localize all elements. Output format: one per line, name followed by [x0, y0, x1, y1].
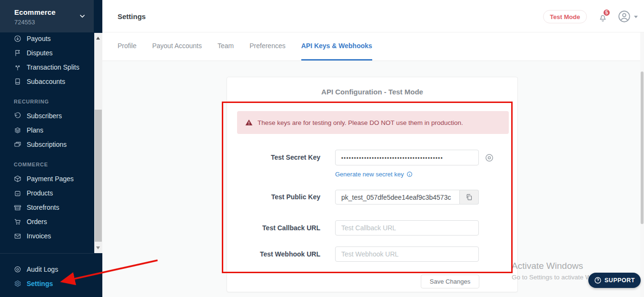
sidebar-section-commerce: COMMERCE: [14, 162, 48, 167]
sidebar-item-label: Plans: [27, 126, 43, 134]
avatar-icon: [618, 10, 631, 23]
webhook-url-label: Test Webhook URL: [237, 250, 320, 258]
tab-preferences[interactable]: Preferences: [249, 32, 285, 61]
storefront-icon: [14, 204, 21, 211]
reveal-secret-button[interactable]: [485, 153, 494, 163]
sidebar-item-payouts[interactable]: Payouts: [0, 31, 94, 46]
sidebar-item-label: Invoices: [27, 232, 51, 240]
sidebar-group-footer: Audit Logs Settings: [0, 262, 94, 291]
sidebar-item-transaction-splits[interactable]: Transaction Splits: [0, 60, 94, 74]
warning-banner: These keys are for testing only. Please …: [237, 111, 509, 134]
sidebar-item-label: Subaccounts: [27, 78, 65, 85]
settings-tabs: Profile Payout Accounts Team Preferences…: [102, 32, 644, 61]
windows-watermark-line1: Activate Windows: [512, 261, 583, 271]
sidebar-item-label: Orders: [27, 218, 47, 225]
page-scrollbar-thumb[interactable]: [641, 72, 644, 224]
page-title: Settings: [118, 12, 146, 20]
generate-secret-key-link[interactable]: Generate new secret key: [335, 171, 413, 178]
mail-icon: [14, 232, 21, 240]
tab-profile[interactable]: Profile: [118, 32, 137, 61]
sidebar-section-recurring: RECURRING: [14, 99, 49, 104]
callback-url-label: Test Callback URL: [237, 224, 320, 232]
sidebar-item-label: Audit Logs: [27, 266, 58, 273]
public-key-label: Test Public Key: [237, 193, 320, 201]
sidebar-item-label: Settings: [27, 280, 53, 287]
package-icon: [14, 175, 21, 183]
sidebar-item-label: Storefronts: [27, 204, 59, 211]
top-bar: Settings Test Mode 5: [102, 0, 644, 32]
sidebar-item-audit-logs[interactable]: Audit Logs: [0, 262, 94, 277]
sidebar-item-products[interactable]: Products: [0, 186, 94, 200]
layers-icon: [14, 126, 21, 134]
sidebar-item-payment-pages[interactable]: Payment Pages: [0, 172, 94, 186]
sidebar-item-label: Subscriptions: [27, 141, 67, 148]
public-key-input[interactable]: [335, 190, 460, 205]
sidebar-item-subaccounts[interactable]: Subaccounts: [0, 74, 94, 89]
split-icon: [14, 63, 21, 71]
info-icon: [406, 171, 413, 177]
sidebar-item-disputes[interactable]: Disputes: [0, 46, 94, 60]
sidebar-scrollbar-thumb[interactable]: [95, 110, 102, 242]
ledger-icon: [14, 78, 21, 85]
cards-icon: [14, 141, 21, 148]
sidebar-item-label: Transaction Splits: [27, 63, 79, 71]
secret-key-label: Test Secret Key: [237, 154, 320, 161]
support-label: SUPPORT: [604, 277, 635, 284]
sidebar-item-label: Payment Pages: [27, 175, 74, 183]
api-configuration-card: API Configuration - Test Mode These keys…: [227, 77, 518, 292]
sidebar-group-recurring: Subscribers Plans Subscriptions: [0, 109, 94, 152]
warning-text: These keys are for testing only. Please …: [258, 119, 463, 126]
sidebar-item-subscriptions[interactable]: Subscriptions: [0, 137, 94, 152]
tab-payout-accounts[interactable]: Payout Accounts: [152, 32, 202, 61]
sidebar-divider: [0, 253, 94, 254]
sidebar-item-label: Disputes: [27, 49, 52, 57]
tab-api-keys-webhooks[interactable]: API Keys & Webhooks: [301, 32, 372, 61]
cart-icon: [14, 218, 21, 225]
business-id: 724553: [14, 19, 35, 26]
tab-team[interactable]: Team: [218, 32, 234, 61]
rotate-icon: [14, 112, 21, 120]
sidebar-item-label: Subscribers: [27, 112, 62, 120]
test-mode-toggle[interactable]: Test Mode: [543, 10, 587, 23]
audit-eye-icon: [14, 266, 21, 273]
notification-badge: 5: [603, 9, 611, 17]
card-title: API Configuration - Test Mode: [227, 88, 517, 96]
payout-icon: [14, 35, 21, 42]
sidebar-item-orders[interactable]: Orders: [0, 215, 94, 229]
copy-icon: [466, 194, 473, 201]
chevron-down-icon: [79, 12, 86, 20]
scroll-down-arrow-icon[interactable]: [96, 246, 100, 249]
gear-icon: [14, 280, 21, 287]
sidebar-item-label: Products: [27, 189, 53, 197]
sidebar-item-settings[interactable]: Settings: [0, 277, 94, 291]
save-changes-button[interactable]: Save Changes: [421, 275, 479, 288]
sidebar-group-commerce: Payment Pages Products Storefronts Order…: [0, 172, 94, 243]
notifications-button[interactable]: 5: [596, 10, 612, 25]
sidebar-item-invoices[interactable]: Invoices: [0, 229, 94, 243]
scroll-up-arrow-icon[interactable]: [96, 37, 100, 40]
warning-triangle-icon: [245, 119, 253, 126]
generate-secret-key-label: Generate new secret key: [335, 171, 404, 178]
support-button[interactable]: SUPPORT: [588, 273, 641, 288]
business-switcher[interactable]: Ecommerce 724553: [0, 0, 94, 32]
webhook-url-input[interactable]: [335, 246, 479, 262]
sidebar-item-subscribers[interactable]: Subscribers: [0, 109, 94, 123]
secret-key-input[interactable]: [335, 150, 479, 165]
test-mode-label: Test Mode: [550, 13, 580, 20]
sidebar-scrollbar[interactable]: [94, 33, 102, 253]
copy-public-key-button[interactable]: [460, 190, 479, 205]
eye-icon: [485, 153, 494, 163]
account-menu[interactable]: [618, 10, 640, 23]
sidebar: Ecommerce 724553 Payouts Disputes Transa…: [0, 0, 102, 297]
question-circle-icon: [594, 277, 602, 284]
bag-icon: [14, 189, 21, 197]
page-scrollbar[interactable]: [640, 32, 644, 297]
business-name: Ecommerce: [14, 8, 56, 16]
sidebar-item-storefronts[interactable]: Storefronts: [0, 200, 94, 215]
sidebar-item-plans[interactable]: Plans: [0, 123, 94, 137]
caret-down-icon: [634, 16, 638, 18]
flag-icon: [14, 49, 21, 57]
sidebar-group-main: Payouts Disputes Transaction Splits Suba…: [0, 31, 94, 89]
callback-url-input[interactable]: [335, 220, 479, 236]
sidebar-item-label: Payouts: [27, 35, 51, 42]
